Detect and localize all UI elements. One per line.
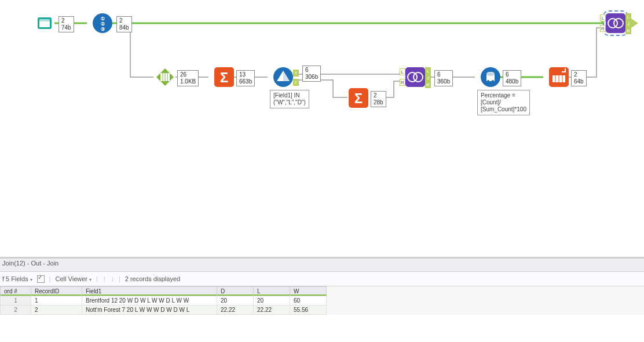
join1-l-out: L <box>425 67 431 74</box>
join2-r-in: R <box>600 25 606 32</box>
recordid-label: 284b <box>116 16 132 32</box>
formula-annotation: Percentage = [Count]/ [Sum_Count]*100 <box>477 90 530 115</box>
svg-rect-2 <box>39 19 50 21</box>
join2-output-arrow <box>631 19 641 28</box>
join2-l-out: L <box>625 13 631 20</box>
join-tool-1[interactable] <box>405 67 425 87</box>
join2-l-in: L <box>600 14 606 21</box>
record-id-tool[interactable] <box>93 13 112 33</box>
crosstab-tool[interactable] <box>549 67 569 87</box>
join2-j-out: J <box>625 20 631 27</box>
filter-false-anchor: F <box>293 79 299 86</box>
workflow-canvas[interactable]: 274b ①②③ 284b 261.0KB Σ 13663b T F 6306b… <box>0 0 644 249</box>
join1-r-in: R <box>400 79 405 86</box>
summarize-tool-2[interactable]: Σ <box>349 88 368 108</box>
svg-point-28 <box>614 19 623 28</box>
join1-j-out: J <box>425 74 431 81</box>
join1-r-out: R <box>425 81 431 88</box>
svg-marker-29 <box>631 19 638 28</box>
join-tool-2[interactable] <box>606 13 625 33</box>
filter-tool[interactable] <box>273 67 293 87</box>
filter-true-label: 6306b <box>302 66 321 82</box>
text-input-tool[interactable] <box>35 13 54 33</box>
summarize2-label: 228b <box>371 91 386 107</box>
join2-r-out: R <box>625 27 631 34</box>
svg-text:Σ: Σ <box>220 70 228 85</box>
summarize-tool-1[interactable]: Σ <box>214 67 234 87</box>
input-label: 274b <box>58 16 74 32</box>
text2col-label: 261.0KB <box>177 70 199 86</box>
svg-point-18 <box>414 72 423 82</box>
join1-l-in: L <box>400 68 405 75</box>
svg-text:Σ: Σ <box>354 90 363 106</box>
filter-true-anchor: T <box>293 70 299 77</box>
connections <box>0 0 644 249</box>
join1-label: 6360b <box>434 70 453 86</box>
filter-annotation: [Field1] IN ("W","L","D") <box>270 90 309 108</box>
crosstab-label: 264b <box>571 70 587 86</box>
text-to-columns-tool[interactable] <box>155 67 175 87</box>
formula-tool[interactable] <box>481 67 500 87</box>
formula-label: 6480b <box>503 70 521 86</box>
summarize1-label: 13663b <box>236 70 255 86</box>
